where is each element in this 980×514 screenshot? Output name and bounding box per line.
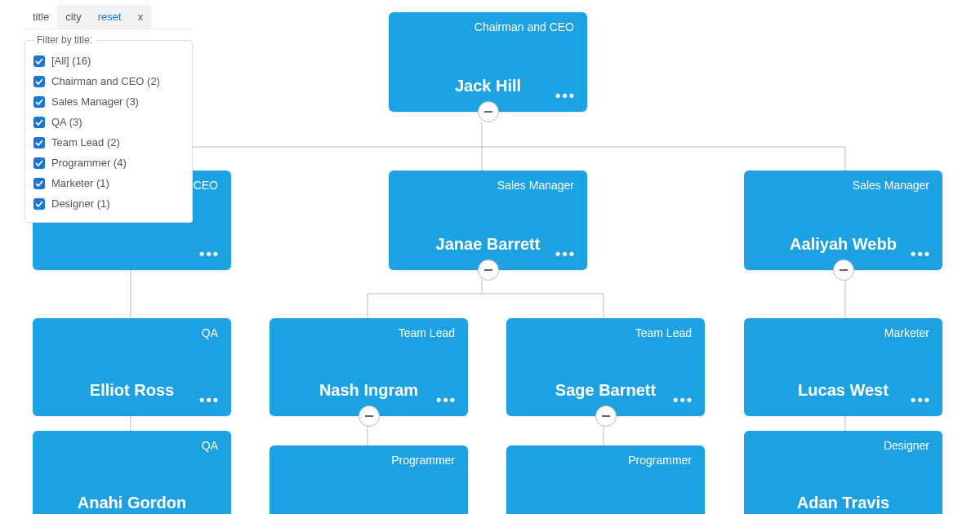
node-role: Team Lead — [399, 326, 455, 339]
node-role: QA — [202, 439, 218, 452]
filter-option[interactable]: Programmer (4) — [33, 153, 184, 173]
filter-option-label: Designer (1) — [51, 197, 110, 210]
node-role: Programmer — [391, 454, 455, 467]
collapse-toggle[interactable] — [359, 405, 380, 427]
node-role: Chairman and CEO — [474, 20, 574, 33]
checkbox-checked-icon[interactable] — [33, 117, 45, 128]
collapse-toggle[interactable] — [833, 259, 854, 281]
filter-option-label: [All] (16) — [51, 55, 91, 67]
node-name: Anahi Gordon — [33, 494, 231, 512]
node-sage[interactable]: Team Lead Sage Barnett ••• — [506, 318, 705, 416]
menu-dots-icon[interactable]: ••• — [673, 397, 693, 403]
node-programmer-1[interactable]: Programmer — [270, 445, 468, 514]
filter-option-label: Chairman and CEO (2) — [51, 75, 160, 87]
checkbox-checked-icon[interactable] — [33, 96, 45, 108]
filter-option[interactable]: Chairman and CEO (2) — [33, 71, 184, 91]
menu-dots-icon[interactable]: ••• — [555, 92, 576, 99]
menu-dots-icon[interactable]: ••• — [199, 250, 220, 257]
node-nash[interactable]: Team Lead Nash Ingram ••• — [270, 318, 468, 416]
filter-option[interactable]: Team Lead (2) — [33, 132, 184, 153]
node-janae[interactable]: Sales Manager Janae Barrett ••• — [389, 171, 587, 270]
node-role: Team Lead — [635, 326, 692, 339]
collapse-toggle[interactable] — [478, 101, 499, 122]
filter-option-label: Sales Manager (3) — [51, 95, 139, 108]
node-role: Programmer — [628, 454, 692, 467]
node-anahi[interactable]: QA Anahi Gordon — [33, 431, 231, 514]
node-elliot[interactable]: QA Elliot Ross ••• — [33, 318, 231, 416]
filter-panel: title city reset x Filter by title: [All… — [24, 5, 193, 223]
node-role: Marketer — [884, 326, 929, 339]
filter-option[interactable]: Sales Manager (3) — [33, 91, 184, 112]
filter-tabs: title city reset x — [24, 5, 193, 29]
menu-dots-icon[interactable]: ••• — [911, 397, 931, 403]
collapse-toggle[interactable] — [595, 405, 617, 427]
tab-reset[interactable]: reset — [90, 5, 130, 29]
tab-title[interactable]: title — [24, 5, 57, 29]
menu-dots-icon[interactable]: ••• — [911, 250, 931, 257]
filter-option-label: Programmer (4) — [51, 157, 127, 169]
node-role: Sales Manager — [853, 179, 929, 192]
node-root[interactable]: Chairman and CEO Jack Hill ••• — [389, 12, 587, 112]
filter-option-label: Team Lead (2) — [51, 136, 120, 148]
tab-close[interactable]: x — [130, 5, 152, 29]
filter-option[interactable]: Marketer (1) — [33, 173, 184, 193]
filter-option[interactable]: [All] (16) — [33, 51, 184, 71]
node-role: Designer — [884, 439, 929, 452]
filter-option-label: QA (3) — [51, 116, 82, 128]
checkbox-checked-icon[interactable] — [33, 55, 45, 67]
node-lucas[interactable]: Marketer Lucas West ••• — [744, 318, 942, 416]
node-aaliyah[interactable]: Sales Manager Aaliyah Webb ••• — [744, 171, 942, 270]
filter-legend: Filter by title: — [33, 34, 96, 46]
node-role: CEO — [194, 179, 218, 192]
node-role: QA — [202, 326, 218, 339]
menu-dots-icon[interactable]: ••• — [555, 250, 576, 257]
node-name: Adan Travis — [744, 494, 942, 512]
menu-dots-icon[interactable]: ••• — [436, 397, 457, 403]
filter-option[interactable]: QA (3) — [33, 112, 184, 132]
menu-dots-icon[interactable]: ••• — [199, 397, 220, 403]
node-role: Sales Manager — [497, 179, 574, 192]
collapse-toggle[interactable] — [478, 259, 499, 281]
filter-fieldset: Filter by title: [All] (16) Chairman and… — [24, 34, 193, 223]
org-chart-canvas[interactable]: Chairman and CEO Jack Hill ••• CEO ••• S… — [0, 0, 980, 514]
node-adan[interactable]: Designer Adan Travis — [744, 431, 942, 514]
tab-city[interactable]: city — [57, 5, 90, 29]
checkbox-checked-icon[interactable] — [33, 157, 45, 169]
node-programmer-2[interactable]: Programmer — [506, 445, 705, 514]
filter-option[interactable]: Designer (1) — [33, 193, 184, 214]
filter-option-label: Marketer (1) — [51, 177, 109, 189]
checkbox-checked-icon[interactable] — [33, 198, 45, 210]
checkbox-checked-icon[interactable] — [33, 76, 45, 87]
checkbox-checked-icon[interactable] — [33, 137, 45, 148]
checkbox-checked-icon[interactable] — [33, 178, 45, 189]
